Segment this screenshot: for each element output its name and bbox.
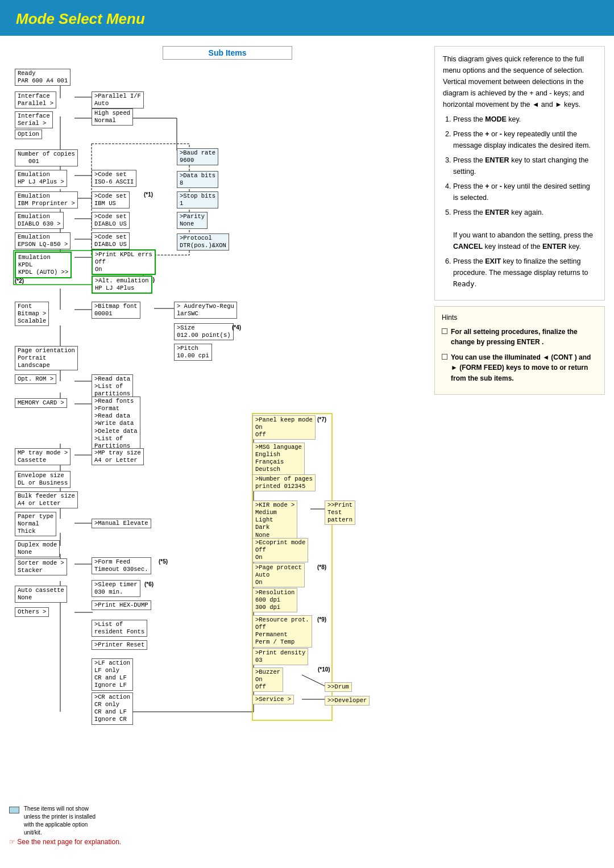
menu-msg-lang: >MSG languageEnglishFrançaisDeutsch (252, 443, 305, 475)
menu-print-test: >>PrintTest pattern (325, 500, 355, 525)
menu-drum: >>Drum (325, 682, 352, 692)
hint-1-icon (442, 328, 447, 334)
menu-emul-hp: EmulationHP LJ 4Plus > (15, 170, 67, 187)
hint-1: For all setteing procedures, finalize th… (442, 327, 598, 348)
info-steps: Press the MODE key. Press the + or - key… (453, 114, 596, 290)
menu-protocol: >ProtocolDTR(pos.)&XON (177, 233, 229, 251)
menu-duplex: Duplex modeNone (15, 540, 60, 557)
menu-lf-action: >LF actionLF onlyCR and LFIgnore LF (92, 658, 133, 691)
menu-print-density: >Print density03 (252, 648, 308, 665)
hint-1-text: For all setteing procedures, finalize th… (451, 327, 598, 348)
right-panel: This diagram gives quick reference to th… (434, 46, 605, 848)
menu-pages-printed: >Number of pagesprinted 012345 (252, 474, 316, 491)
menu-parallel-if: >Parallel I/FAuto (92, 91, 144, 108)
note-star1: (*1) (144, 191, 153, 198)
menu-resource-prot: >Resource prot.OffPermanentPerm / Temp (252, 615, 312, 648)
info-step-5: Press the ENTER key again.If you want to… (453, 207, 596, 252)
menu-mp-tray-size: >MP tray sizeA4 or Letter (92, 448, 144, 465)
menu-mem-sub: >Read fonts>Format>Read data>Write data>… (92, 397, 140, 451)
menu-cr-action: >CR actionCR onlyCR and LFIgnore CR (92, 692, 133, 725)
menu-code-set-iso: >Code setISO-6 ASCII (92, 170, 136, 187)
svg-line-43 (302, 675, 325, 686)
menu-alt-emulation: >Alt. emulationHP LJ 4Plus (92, 276, 152, 294)
menu-option: Option (15, 130, 42, 139)
hints-box: Hints For all setteing procedures, final… (434, 306, 605, 395)
hint-2-icon (442, 354, 447, 360)
menu-form-feed: >Form FeedTimeout 030sec. (92, 557, 151, 574)
menu-data-bits: >Data bits8 (177, 171, 218, 188)
menu-parity: >ParityNone (177, 212, 208, 229)
menu-service: >Service > (252, 695, 294, 704)
note-star6: (*6) (144, 581, 154, 587)
info-step-4: Press the + or - key until the desired s… (453, 181, 596, 203)
page-title: Mode Select Menu (16, 10, 598, 28)
menu-size: >Size012.00 point(s) (174, 323, 234, 340)
note-star10: (*10) (318, 666, 330, 673)
menu-code-set-ibm: >Code setIBM US (92, 191, 130, 208)
info-box: This diagram gives quick reference to th… (434, 46, 605, 301)
legend: These items will not show unless the pri… (9, 805, 103, 837)
menu-sleep-timer: >Sleep timer030 min. (92, 580, 140, 597)
menu-list-fonts: >List ofresident Fonts (92, 620, 147, 637)
note-star7: (*7) (317, 416, 326, 423)
info-step-3: Press the ENTER key to start changing th… (453, 155, 596, 177)
sub-items-label: Sub Items (209, 48, 247, 57)
menu-envelope: Envelope sizeDL or Business (15, 471, 70, 488)
menu-developer: >>Developer (325, 696, 370, 706)
menu-print-hex: >Print HEX-DUMP (92, 600, 151, 610)
menu-manual-elevate: >Manual Elevate (92, 519, 151, 528)
menu-emul-diablo: EmulationDIABLO 630 > (15, 212, 64, 229)
note-star9: (*9) (317, 616, 326, 623)
menu-printer-reset: >Printer Reset (92, 640, 147, 650)
hints-title: Hints (442, 312, 598, 323)
hint-2-text: You can use the illuminated ◄ (CONT ) an… (451, 352, 598, 384)
menu-stop-bits: >Stop bits1 (177, 191, 218, 208)
info-step-6: Press the EXIT key to finalize the setti… (453, 256, 596, 290)
menu-font: FontBitmap >Scalable (15, 302, 49, 326)
menu-auto-cassette: Auto cassetteNone (15, 586, 67, 603)
diagram-section: Sub Items (9, 46, 429, 848)
menu-memory-card: MEMORY CARD > (15, 398, 67, 408)
menu-buzzer: >BuzzerOnOff (252, 667, 283, 692)
info-step-2: Press the + or - key repeatedly until th… (453, 128, 596, 151)
menu-others: Others > (15, 607, 49, 617)
hint-2: You can use the illuminated ◄ (CONT ) an… (442, 352, 598, 384)
menu-bulk-feeder: Bulk feeder sizeA4 or Letter (15, 491, 78, 508)
menu-emul-kpdl: EmulationKPDLKPDL (AUTO) >> (15, 252, 72, 278)
menu-emul-ibm: EmulationIBM Proprinter > (15, 191, 78, 208)
menu-baud-rate: >Baud rate9600 (177, 148, 218, 165)
menu-paper-type: Paper typeNormalThick (15, 512, 56, 536)
menu-print-kpdl: >Print KPDL errsOffOn (92, 249, 156, 275)
menu-num-copies: Number of copies 001 (15, 149, 78, 166)
menu-code-set-diablo: >Code setDIABLO US (92, 212, 130, 229)
note-star2: (*2) (15, 278, 24, 284)
menu-bitmap-font: >Bitmap font00001 (92, 302, 140, 319)
menu-kir-mode: >KIR mode >MediumLightDarkNone (252, 500, 297, 540)
menu-page-orient: Page orientationPortraitLandscape (15, 346, 78, 370)
menu-read-data: >Read data>List ofpartitions (92, 374, 133, 399)
menu-ecoprint: >Ecoprint modeOffOn (252, 538, 308, 562)
menu-high-speed: High speedNormal (92, 108, 133, 126)
diagram-area: ReadyPAR 600 A4 001 InterfaceParallel > … (9, 64, 345, 848)
note-star5: (*5) (159, 558, 168, 565)
menu-sorter: Sorter mode >Stacker (15, 558, 67, 575)
menu-pitch: >Pitch10.00 cpi (174, 344, 212, 361)
info-step-1: Press the MODE key. (453, 114, 596, 125)
header: Mode Select Menu (0, 0, 614, 36)
menu-mp-tray: MP tray mode >Cassette (15, 448, 70, 465)
menu-interface-parallel: InterfaceParallel > (15, 91, 56, 108)
note-star8: (*8) (317, 564, 326, 570)
menu-audrey: > AudreyTwo-RegularSWC (174, 302, 237, 319)
menu-interface-serial: InterfaceSerial > (15, 111, 53, 128)
note-star4: (*4) (232, 324, 241, 331)
menu-emul-epson: EmulationEPSON LQ-850 > (15, 232, 70, 249)
menu-panel-keep: >Panel keep modeOnOff (252, 415, 316, 440)
menu-resolution: >Resolution600 dpi300 dpi (252, 588, 297, 612)
see-next-link[interactable]: See the next page for explanation. (9, 838, 121, 846)
menu-ready: ReadyPAR 600 A4 001 (15, 69, 70, 86)
menu-page-protect: >Page protectAutoOn (252, 563, 305, 587)
info-intro: This diagram gives quick reference to th… (443, 53, 596, 110)
legend-color (9, 807, 19, 813)
legend-text: These items will not show unless the pri… (24, 805, 103, 837)
menu-opt-rom: Opt. ROM > (15, 374, 56, 384)
